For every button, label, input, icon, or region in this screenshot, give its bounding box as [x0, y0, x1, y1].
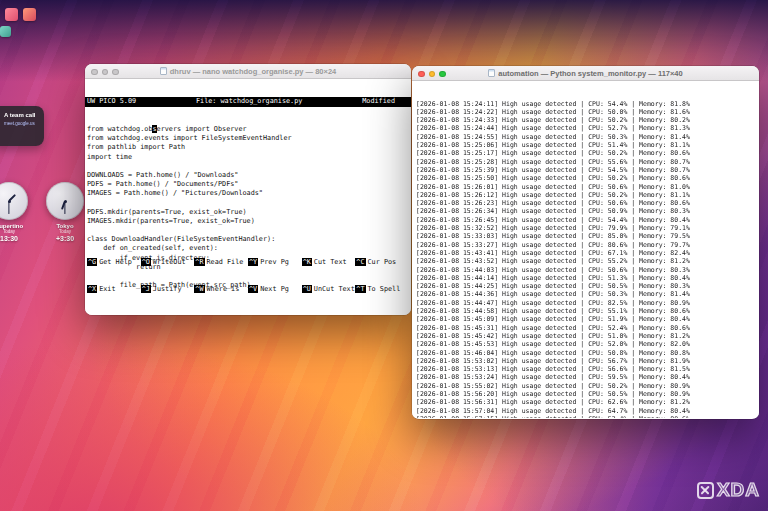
nano-shortcut: ^RRead File	[194, 258, 248, 267]
log-line: [2026-01-08 15:24:33] High usage detecte…	[416, 116, 759, 124]
nano-shortcut-row-2: ^XExit^JJustify^WWhere is^VNext Pg^UUnCu…	[87, 285, 409, 294]
xda-watermark-text: XDA	[717, 479, 760, 501]
monitor-log-lines: [2026-01-08 15:24:11] High usage detecte…	[416, 100, 759, 418]
nano-editor-window[interactable]: dhruv — nano watchdog_organise.py — 80×2…	[85, 64, 411, 315]
code-line: IMAGES = Path.home() / "Pictures/Downloa…	[87, 189, 411, 198]
log-line: [2026-01-08 15:44:25] High usage detecte…	[416, 282, 759, 290]
xda-watermark: XDA	[697, 479, 760, 501]
system-monitor-window[interactable]: automation — Python system_monitor.py — …	[412, 66, 759, 419]
log-line: [2026-01-08 15:44:36] High usage detecte…	[416, 290, 759, 298]
code-line: DOWNLOADS = Path.home() / "Downloads"	[87, 171, 411, 180]
nano-shortcut: ^CCur Pos	[355, 258, 409, 267]
log-line: [2026-01-08 15:24:55] High usage detecte…	[416, 133, 759, 141]
log-line: [2026-01-08 15:56:31] High usage detecte…	[416, 398, 759, 406]
zoom-button[interactable]	[439, 71, 446, 78]
monitor-window-title: automation — Python system_monitor.py — …	[498, 69, 682, 78]
code-line	[87, 199, 411, 208]
code-line: from pathlib import Path	[87, 143, 411, 152]
nano-terminal-content[interactable]: UW PICO 5.09 File: watchdog_organise.py …	[85, 79, 411, 315]
zoom-button[interactable]	[112, 69, 119, 76]
log-line: [2026-01-08 15:32:52] High usage detecte…	[416, 224, 759, 232]
window-controls	[91, 69, 119, 76]
code-line: PDFS.mkdir(parents=True, exist_ok=True)	[87, 208, 411, 217]
nano-shortcut: ^TTo Spell	[355, 285, 409, 294]
nano-shortcut-row-1: ^GGet Help^OWriteOut^RRead File^YPrev Pg…	[87, 258, 409, 267]
code-line: from watchdog.observers import Observer	[87, 125, 411, 134]
clock-day: Today	[0, 229, 32, 234]
clock-face-icon	[46, 182, 84, 220]
nano-shortcut-bar: ^GGet Help^OWriteOut^RRead File^YPrev Pg…	[87, 239, 409, 313]
log-line: [2026-01-08 15:26:45] High usage detecte…	[416, 216, 759, 224]
log-line: [2026-01-08 15:45:31] High usage detecte…	[416, 324, 759, 332]
clock-cupertino: Cupertino Today 13:30	[0, 182, 32, 242]
nano-shortcut: ^VNext Pg	[248, 285, 302, 294]
nano-shortcut: ^GGet Help	[87, 258, 141, 267]
desktop-item-icon[interactable]	[0, 26, 11, 37]
note-subtitle: meet.google.us	[4, 121, 40, 126]
log-line: [2026-01-08 15:25:50] High usage detecte…	[416, 174, 759, 182]
log-line: [2026-01-08 15:53:13] High usage detecte…	[416, 365, 759, 373]
desktop-item-icon[interactable]	[23, 8, 36, 21]
desktop-mini-icons	[5, 8, 36, 21]
clock-time: 13:30	[0, 235, 32, 242]
log-line: [2026-01-08 15:57:15] High usage detecte…	[416, 415, 759, 418]
log-line: [2026-01-08 15:25:06] High usage detecte…	[416, 141, 759, 149]
log-line: [2026-01-08 15:24:44] High usage detecte…	[416, 124, 759, 132]
desktop-item-icon[interactable]	[5, 8, 18, 21]
log-line: [2026-01-08 15:44:47] High usage detecte…	[416, 299, 759, 307]
log-line: [2026-01-08 15:26:23] High usage detecte…	[416, 199, 759, 207]
log-line: [2026-01-08 15:24:11] High usage detecte…	[416, 100, 759, 108]
log-line: [2026-01-08 15:25:28] High usage detecte…	[416, 158, 759, 166]
nano-modified-badge: Modified	[362, 97, 395, 106]
minimize-button[interactable]	[429, 71, 436, 78]
close-button[interactable]	[418, 71, 425, 78]
code-line: from watchdog.events import FileSystemEv…	[87, 134, 411, 143]
nano-shortcut: ^XExit	[87, 285, 141, 294]
log-line: [2026-01-08 15:55:02] High usage detecte…	[416, 382, 759, 390]
calendar-note-widget[interactable]: A team call meet.google.us	[0, 106, 44, 146]
monitor-window-titlebar[interactable]: automation — Python system_monitor.py — …	[412, 66, 759, 81]
clock-day: Today	[42, 229, 88, 234]
world-clock-widget[interactable]: Cupertino Today 13:30 Tokyo Today +3:30	[0, 182, 88, 242]
window-controls	[418, 71, 446, 78]
log-line: [2026-01-08 15:25:39] High usage detecte…	[416, 166, 759, 174]
code-line	[87, 226, 411, 235]
nano-filename-label: File: watchdog_organise.py	[136, 97, 362, 106]
close-button[interactable]	[91, 69, 98, 76]
log-line: [2026-01-08 15:25:17] High usage detecte…	[416, 149, 759, 157]
monitor-terminal-content[interactable]: [2026-01-08 15:24:11] High usage detecte…	[412, 81, 759, 418]
log-line: [2026-01-08 15:57:04] High usage detecte…	[416, 407, 759, 415]
nano-cursor: s	[152, 125, 156, 133]
note-title: A team call	[4, 112, 40, 118]
log-line: [2026-01-08 15:44:14] High usage detecte…	[416, 274, 759, 282]
log-line: [2026-01-08 15:46:04] High usage detecte…	[416, 349, 759, 357]
log-line: [2026-01-08 15:53:02] High usage detecte…	[416, 357, 759, 365]
nano-shortcut: ^OWriteOut	[141, 258, 195, 267]
log-line: [2026-01-08 15:56:20] High usage detecte…	[416, 390, 759, 398]
log-line: [2026-01-08 15:26:01] High usage detecte…	[416, 183, 759, 191]
code-line: import time	[87, 153, 411, 162]
log-line: [2026-01-08 15:33:27] High usage detecte…	[416, 241, 759, 249]
code-line: PDFS = Path.home() / "Documents/PDFs"	[87, 180, 411, 189]
log-line: [2026-01-08 15:44:58] High usage detecte…	[416, 307, 759, 315]
log-line: [2026-01-08 15:45:42] High usage detecte…	[416, 332, 759, 340]
nano-window-title: dhruv — nano watchdog_organise.py — 80×2…	[170, 67, 337, 76]
log-line: [2026-01-08 15:45:09] High usage detecte…	[416, 315, 759, 323]
log-line: [2026-01-08 15:45:53] High usage detecte…	[416, 340, 759, 348]
file-proxy-icon[interactable]	[160, 67, 167, 75]
minimize-button[interactable]	[102, 69, 109, 76]
nano-shortcut: ^UUnCut Text	[302, 285, 356, 294]
log-line: [2026-01-08 15:33:03] High usage detecte…	[416, 232, 759, 240]
log-line: [2026-01-08 15:26:12] High usage detecte…	[416, 191, 759, 199]
nano-shortcut: ^WWhere is	[194, 285, 248, 294]
log-line: [2026-01-08 15:53:24] High usage detecte…	[416, 373, 759, 381]
nano-shortcut: ^KCut Text	[302, 258, 356, 267]
log-line: [2026-01-08 15:44:03] High usage detecte…	[416, 266, 759, 274]
log-line: [2026-01-08 15:26:34] High usage detecte…	[416, 207, 759, 215]
nano-window-titlebar[interactable]: dhruv — nano watchdog_organise.py — 80×2…	[85, 64, 411, 79]
nano-status-header: UW PICO 5.09 File: watchdog_organise.py …	[85, 97, 411, 106]
log-line: [2026-01-08 15:43:52] High usage detecte…	[416, 257, 759, 265]
code-line	[87, 162, 411, 171]
file-proxy-icon[interactable]	[488, 69, 495, 77]
log-line: [2026-01-08 15:43:41] High usage detecte…	[416, 249, 759, 257]
